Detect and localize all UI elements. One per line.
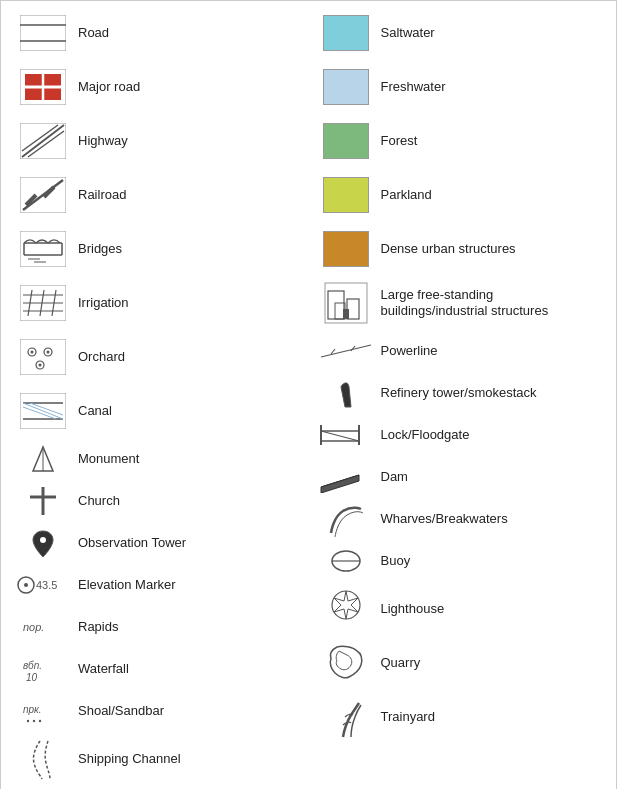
road-label: Road	[78, 25, 109, 41]
wharves-label: Wharves/Breakwaters	[381, 511, 508, 527]
irrigation-label: Irrigation	[78, 295, 129, 311]
list-item: Dam	[317, 461, 604, 493]
large-buildings-icon	[317, 281, 375, 325]
list-item: Lock/Floodgate	[317, 419, 604, 451]
rapids-label: Rapids	[78, 619, 118, 635]
shipping-channel-icon	[14, 737, 72, 781]
elevation-marker-icon: 43.5	[14, 569, 72, 601]
monument-label: Monument	[78, 451, 139, 467]
freshwater-label: Freshwater	[381, 79, 446, 95]
major-road-icon	[14, 65, 72, 109]
list-item: Powerline	[317, 335, 604, 367]
svg-text:прк.: прк.	[23, 704, 42, 715]
lock-floodgate-label: Lock/Floodgate	[381, 427, 470, 443]
svg-line-41	[30, 403, 63, 415]
list-item: прк. Shoal/Sandbar	[14, 695, 301, 727]
list-item: Lighthouse	[317, 587, 604, 631]
trainyard-icon	[317, 695, 375, 739]
dam-icon	[317, 461, 375, 493]
list-item: Irrigation	[14, 281, 301, 325]
svg-line-10	[28, 131, 64, 157]
elevation-marker-label: Elevation Marker	[78, 577, 176, 593]
svg-line-13	[23, 180, 63, 210]
refinery-label: Refinery tower/smokestack	[381, 385, 537, 401]
buoy-label: Buoy	[381, 553, 411, 569]
svg-text:вбп.: вбп.	[23, 660, 42, 671]
list-item: Canal	[14, 389, 301, 433]
refinery-icon	[317, 377, 375, 409]
svg-text:10: 10	[26, 672, 38, 683]
svg-rect-63	[328, 291, 344, 319]
list-item: Observation Tower	[14, 527, 301, 559]
list-item: Freshwater	[317, 65, 604, 109]
large-buildings-label: Large free-standing buildings/industrial…	[381, 287, 604, 318]
monument-icon	[14, 443, 72, 475]
dam-label: Dam	[381, 469, 408, 485]
railroad-icon	[14, 173, 72, 217]
list-item: Wharves/Breakwaters	[317, 503, 604, 535]
svg-rect-0	[20, 15, 66, 51]
svg-rect-30	[20, 339, 66, 375]
list-item: Railroad	[14, 173, 301, 217]
waterfall-label: Waterfall	[78, 661, 129, 677]
svg-rect-66	[343, 309, 349, 319]
highway-label: Highway	[78, 133, 128, 149]
svg-line-42	[23, 407, 56, 419]
shoal-sandbar-label: Shoal/Sandbar	[78, 703, 164, 719]
bridges-label: Bridges	[78, 241, 122, 257]
canal-icon	[14, 389, 72, 433]
major-road-label: Major road	[78, 79, 140, 95]
dense-urban-label: Dense urban structures	[381, 241, 516, 257]
lock-floodgate-icon	[317, 419, 375, 451]
list-item: Dense urban structures	[317, 227, 604, 271]
parkland-label: Parkland	[381, 187, 432, 203]
list-item: Quarry	[317, 641, 604, 685]
waterfall-icon: вбп. 10	[14, 653, 72, 685]
railroad-label: Railroad	[78, 187, 126, 203]
quarry-icon	[317, 641, 375, 685]
rapids-icon: пор.	[14, 611, 72, 643]
right-column: Saltwater Freshwater Forest Parkland	[309, 11, 612, 789]
list-item: Saltwater	[317, 11, 604, 55]
list-item: Forest	[317, 119, 604, 163]
canal-label: Canal	[78, 403, 112, 419]
list-item: вбп. 10 Waterfall	[14, 653, 301, 685]
highway-icon	[14, 119, 72, 163]
saltwater-icon	[317, 11, 375, 55]
list-item: Road	[14, 11, 301, 55]
svg-line-9	[22, 125, 64, 157]
list-item: Bridges	[14, 227, 301, 271]
svg-point-55	[27, 720, 29, 722]
svg-point-36	[39, 364, 42, 367]
svg-point-47	[40, 537, 46, 543]
orchard-label: Orchard	[78, 349, 125, 365]
svg-line-11	[22, 125, 58, 151]
saltwater-label: Saltwater	[381, 25, 435, 41]
powerline-label: Powerline	[381, 343, 438, 359]
dense-urban-icon	[317, 227, 375, 271]
list-item: Parkland	[317, 173, 604, 217]
list-item: Refinery tower/smokestack	[317, 377, 604, 409]
list-item: Orchard	[14, 335, 301, 379]
list-item: пор. Rapids	[14, 611, 301, 643]
svg-point-56	[33, 720, 35, 722]
church-label: Church	[78, 493, 120, 509]
church-icon	[14, 485, 72, 517]
svg-line-71	[321, 431, 359, 441]
svg-point-34	[47, 351, 50, 354]
svg-line-67	[321, 345, 371, 357]
parkland-icon	[317, 173, 375, 217]
left-column: Road Major road	[6, 11, 309, 789]
freshwater-icon	[317, 65, 375, 109]
trainyard-label: Trainyard	[381, 709, 435, 725]
buoy-icon	[317, 545, 375, 577]
list-item: Church	[14, 485, 301, 517]
wharves-icon	[317, 503, 375, 535]
svg-line-40	[23, 403, 63, 419]
shipping-channel-label: Shipping Channel	[78, 751, 181, 767]
list-item: Trainyard	[317, 695, 604, 739]
svg-text:43.5: 43.5	[36, 579, 57, 591]
road-icon	[14, 11, 72, 55]
powerline-icon	[317, 335, 375, 367]
list-item: Large free-standing buildings/industrial…	[317, 281, 604, 325]
